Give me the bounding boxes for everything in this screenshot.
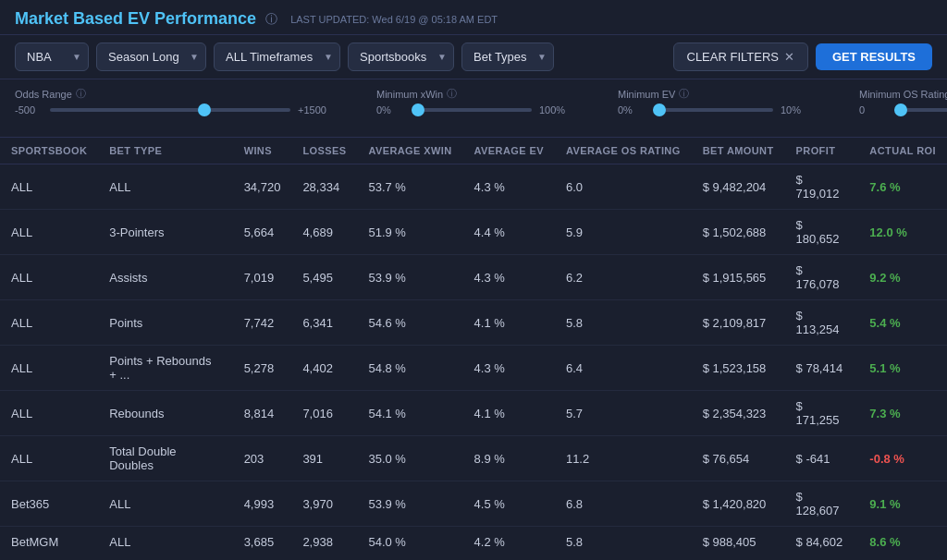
table-cell: 6.0 [555, 164, 692, 210]
nba-dropdown[interactable]: NBA [15, 43, 89, 71]
table-cell: Total Double Doubles [98, 436, 232, 481]
table-header-row: SPORTSBOOK BET TYPE WINS LOSSES AVERAGE … [0, 138, 947, 164]
close-icon: ✕ [784, 50, 794, 64]
table-cell: Assists [98, 255, 232, 300]
table-row: ALLTotal Double Doubles20339135.0 %8.9 %… [0, 436, 947, 481]
table-cell: 53.7 % [357, 164, 462, 210]
table-cell: 3-Pointers [98, 210, 232, 255]
col-header-profit: PROFIT [785, 138, 859, 164]
odds-range-filter: Odds Range ⓘ -500 +1500 [15, 87, 339, 116]
last-updated: LAST UPDATED: Wed 6/19 @ 05:18 AM EDT [290, 14, 498, 25]
table-row: ALLPoints7,7426,34154.6 %4.1 %5.8$ 2,109… [0, 300, 947, 346]
table-cell: 5.1 % [858, 346, 947, 391]
min-os-slider[interactable] [894, 108, 947, 112]
min-xwin-filter: Minimum xWin ⓘ 0% 100% [376, 87, 581, 116]
table-cell: $ 988,405 [692, 527, 785, 556]
table-cell: $ 76,654 [692, 436, 785, 481]
min-ev-slider[interactable] [653, 108, 773, 112]
table-cell: $ 176,078 [785, 255, 859, 300]
table-row: BetMGMALL3,6852,93854.0 %4.2 %5.8$ 988,4… [0, 527, 947, 556]
table-cell: 8.6 % [858, 527, 947, 556]
min-xwin-slider[interactable] [412, 108, 532, 112]
table-cell: ALL [0, 300, 98, 346]
table-body: ALLALL34,72028,33453.7 %4.3 %6.0$ 9,482,… [0, 164, 947, 556]
table-cell: 12.0 % [858, 210, 947, 255]
table-cell: $ 1,502,688 [692, 210, 785, 255]
table-cell: 391 [291, 436, 357, 481]
table-cell: 35.0 % [357, 436, 462, 481]
table-cell: ALL [98, 527, 232, 556]
info-icon[interactable]: ⓘ [265, 11, 277, 28]
table-cell: $ 9,482,204 [692, 164, 785, 210]
col-header-sportsbook: SPORTSBOOK [0, 138, 98, 164]
table-row: ALLALL34,72028,33453.7 %4.3 %6.0$ 9,482,… [0, 164, 947, 210]
season-long-dropdown-wrapper: Season Long ▼ [96, 43, 206, 71]
table-cell: ALL [0, 164, 98, 210]
table-cell: 203 [233, 436, 292, 481]
table-cell: Points + Rebounds + ... [98, 346, 232, 391]
table-cell: ALL [0, 346, 98, 391]
table-cell: 6.4 [555, 346, 692, 391]
table-cell: 54.0 % [357, 527, 462, 556]
table-cell: 4.1 % [463, 300, 555, 346]
sportsbooks-dropdown[interactable]: Sportsbooks [348, 43, 454, 71]
col-header-losses: LOSSES [291, 138, 357, 164]
table-cell: ALL [98, 481, 232, 527]
clear-filters-button[interactable]: CLEAR FILTERS ✕ [673, 43, 808, 71]
odds-range-info-icon[interactable]: ⓘ [76, 87, 86, 101]
table-cell: 54.6 % [357, 300, 462, 346]
table-cell: ALL [0, 436, 98, 481]
table-row: Bet365ALL4,9933,97053.9 %4.5 %6.8$ 1,420… [0, 481, 947, 527]
table-cell: 53.9 % [357, 481, 462, 527]
table-cell: 4,993 [233, 481, 292, 527]
table-cell: $ 113,254 [785, 300, 859, 346]
timeframes-dropdown[interactable]: ALL Timeframes [214, 43, 340, 71]
toolbar: NBA ▼ Season Long ▼ ALL Timeframes ▼ Spo… [0, 35, 947, 79]
table-cell: 8.9 % [463, 436, 555, 481]
table-cell: Bet365 [0, 481, 98, 527]
table-cell: 4.1 % [463, 391, 555, 436]
season-long-dropdown[interactable]: Season Long [96, 43, 206, 71]
table-cell: 28,334 [291, 164, 357, 210]
table-row: ALL3-Pointers5,6644,68951.9 %4.4 %5.9$ 1… [0, 210, 947, 255]
table-cell: 5.8 [555, 300, 692, 346]
page-header: Market Based EV Performance ⓘ LAST UPDAT… [0, 0, 947, 35]
min-xwin-info-icon[interactable]: ⓘ [447, 87, 457, 101]
odds-range-slider[interactable] [50, 108, 290, 112]
table-cell: $ 1,420,820 [692, 481, 785, 527]
min-os-filter: Minimum OS Rating ⓘ 0 10 [859, 87, 947, 116]
table-cell: 51.9 % [357, 210, 462, 255]
col-header-wins: WINS [233, 138, 292, 164]
table-cell: ALL [98, 164, 232, 210]
table-cell: $ 171,255 [785, 391, 859, 436]
bet-types-dropdown[interactable]: Bet Types [461, 43, 554, 71]
get-results-button[interactable]: GET RESULTS [816, 43, 932, 70]
table-cell: 4,402 [291, 346, 357, 391]
table-cell: 6.2 [555, 255, 692, 300]
table-cell: 4.5 % [463, 481, 555, 527]
table-cell: 4.4 % [463, 210, 555, 255]
col-header-bet-amount: BET AMOUNT [692, 138, 785, 164]
table-cell: 9.2 % [858, 255, 947, 300]
data-table-container: SPORTSBOOK BET TYPE WINS LOSSES AVERAGE … [0, 138, 947, 555]
table-cell: 4,689 [291, 210, 357, 255]
table-cell: BetMGM [0, 527, 98, 556]
min-ev-info-icon[interactable]: ⓘ [679, 87, 689, 101]
table-cell: 7,019 [233, 255, 292, 300]
table-cell: 34,720 [233, 164, 292, 210]
table-cell: -0.8 % [858, 436, 947, 481]
table-cell: 54.8 % [357, 346, 462, 391]
table-cell: $ 1,915,565 [692, 255, 785, 300]
table-cell: 9.1 % [858, 481, 947, 527]
table-cell: 7.6 % [858, 164, 947, 210]
table-cell: 8,814 [233, 391, 292, 436]
table-cell: 4.3 % [463, 164, 555, 210]
table-cell: 4.3 % [463, 255, 555, 300]
table-cell: $ 1,523,158 [692, 346, 785, 391]
table-cell: 5.8 [555, 527, 692, 556]
table-cell: $ 2,109,817 [692, 300, 785, 346]
table-cell: $ 78,414 [785, 346, 859, 391]
table-cell: 5.4 % [858, 300, 947, 346]
filters-row: Odds Range ⓘ -500 +1500 Minimum xWin ⓘ 0… [0, 79, 947, 138]
table-cell: $ 84,602 [785, 527, 859, 556]
